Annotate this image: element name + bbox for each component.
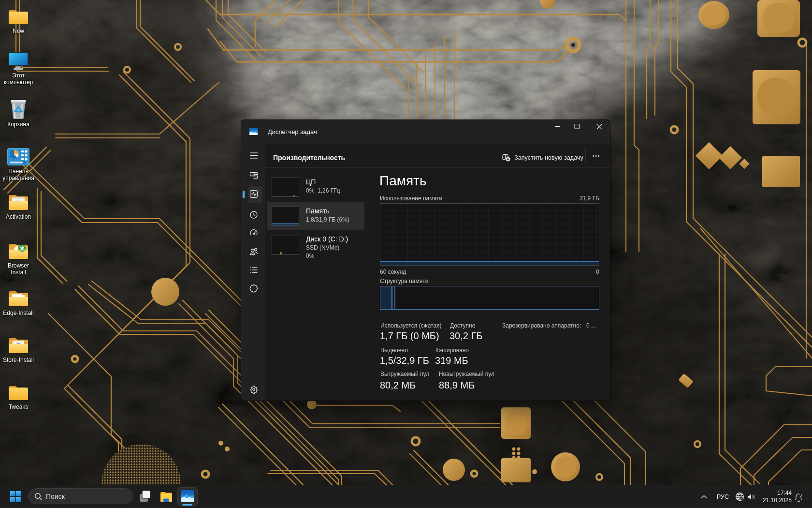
- svg-text:z: z: [801, 493, 803, 497]
